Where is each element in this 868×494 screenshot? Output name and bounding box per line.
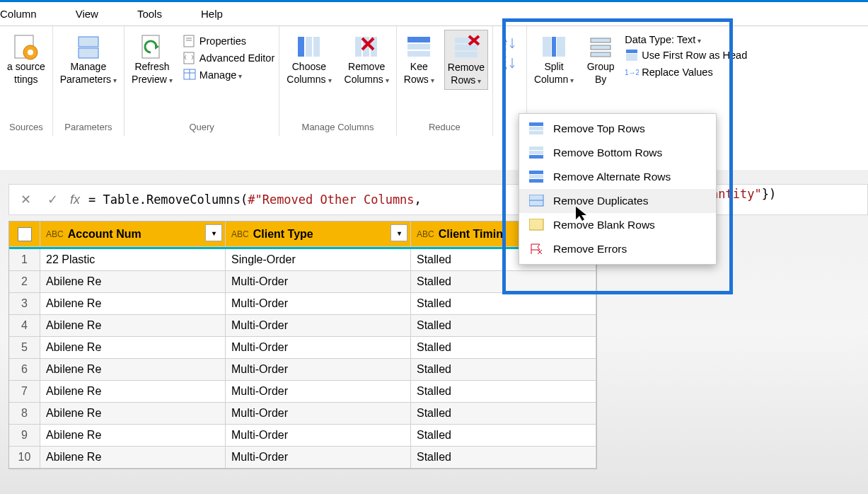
cell-client-type[interactable]: Multi-Order bbox=[226, 293, 411, 314]
row-number[interactable]: 10 bbox=[9, 447, 40, 468]
cell-account-num[interactable]: Abilene Re bbox=[40, 315, 226, 336]
row-number[interactable]: 3 bbox=[9, 293, 40, 314]
cell-client-timing[interactable]: Stalled bbox=[411, 293, 596, 314]
cell-client-type[interactable]: Multi-Order bbox=[226, 425, 411, 446]
row-number[interactable]: 7 bbox=[9, 381, 40, 402]
use-first-row-button[interactable]: Use First Row as Head bbox=[625, 48, 747, 62]
select-all-button[interactable] bbox=[9, 222, 40, 246]
advanced-editor-button[interactable]: Advanced Editor bbox=[183, 51, 274, 65]
cell-client-timing[interactable]: Stalled bbox=[411, 337, 596, 358]
table-row[interactable]: 7Abilene ReMulti-OrderStalled bbox=[9, 381, 596, 403]
cell-client-type[interactable]: Multi-Order bbox=[226, 337, 411, 358]
table-row[interactable]: 5Abilene ReMulti-OrderStalled bbox=[9, 337, 596, 359]
label: Group bbox=[587, 61, 615, 74]
label: Remove bbox=[348, 61, 385, 74]
cell-account-num[interactable]: Abilene Re bbox=[40, 293, 226, 314]
cell-account-num[interactable]: Abilene Re bbox=[40, 337, 226, 358]
cell-account-num[interactable]: Abilene Re bbox=[40, 425, 226, 446]
choose-columns-button[interactable]: Choose Columns bbox=[284, 30, 334, 88]
replace-values-button[interactable]: 1→2Replace Values bbox=[625, 65, 747, 79]
label: Remove Errors bbox=[553, 243, 627, 255]
remove-duplicates-item[interactable]: Remove Duplicates bbox=[519, 189, 716, 213]
row-number[interactable]: 1 bbox=[9, 249, 40, 270]
cell-client-type[interactable]: Multi-Order bbox=[226, 381, 411, 402]
row-number[interactable]: 9 bbox=[9, 425, 40, 446]
cell-account-num[interactable]: Abilene Re bbox=[40, 271, 226, 292]
cancel-formula-button[interactable]: ✕ bbox=[16, 192, 35, 207]
manage-button[interactable]: Manage bbox=[183, 68, 274, 82]
rows-top-icon bbox=[529, 122, 545, 135]
fx-icon[interactable]: fx bbox=[70, 193, 80, 207]
cell-account-num[interactable]: Abilene Re bbox=[40, 359, 226, 380]
data-source-settings-button[interactable]: a source ttings bbox=[4, 30, 48, 88]
svg-rect-33 bbox=[591, 38, 611, 42]
commit-formula-button[interactable]: ✓ bbox=[43, 192, 62, 207]
remove-top-rows-item[interactable]: Remove Top Rows bbox=[519, 117, 716, 141]
cell-client-type[interactable]: Multi-Order bbox=[226, 359, 411, 380]
tab-column[interactable]: Column bbox=[0, 8, 37, 20]
cell-client-timing[interactable]: Stalled bbox=[411, 381, 596, 402]
table-row[interactable]: 3Abilene ReMulti-OrderStalled bbox=[9, 293, 596, 315]
table-row[interactable]: 6Abilene ReMulti-OrderStalled bbox=[9, 359, 596, 381]
split-column-button[interactable]: Split Column bbox=[531, 30, 577, 88]
row-number[interactable]: 6 bbox=[9, 359, 40, 380]
cell-client-type[interactable]: Single-Order bbox=[226, 249, 411, 270]
table-row[interactable]: 4Abilene ReMulti-OrderStalled bbox=[9, 315, 596, 337]
cell-account-num[interactable]: 22 Plastic bbox=[40, 249, 226, 270]
remove-columns-button[interactable]: Remove Columns bbox=[342, 30, 392, 88]
row-number[interactable]: 8 bbox=[9, 403, 40, 424]
filter-icon[interactable]: ▾ bbox=[205, 224, 222, 241]
svg-rect-14 bbox=[298, 37, 304, 57]
formula-text: , bbox=[415, 193, 422, 207]
properties-button[interactable]: Properties bbox=[183, 34, 274, 48]
table-row[interactable]: 122 PlasticSingle-OrderStalled bbox=[9, 249, 596, 271]
group-label-sources: Sources bbox=[9, 122, 43, 136]
row-number[interactable]: 2 bbox=[9, 271, 40, 292]
cell-client-timing[interactable]: Stalled bbox=[411, 359, 596, 380]
sort-asc-icon[interactable]: AZ bbox=[501, 35, 518, 51]
cell-account-num[interactable]: Abilene Re bbox=[40, 447, 226, 468]
table-row[interactable]: 8Abilene ReMulti-OrderStalled bbox=[9, 403, 596, 425]
row-number[interactable]: 5 bbox=[9, 337, 40, 358]
label: Kee bbox=[410, 61, 428, 74]
cell-account-num[interactable]: Abilene Re bbox=[40, 403, 226, 424]
cell-client-type[interactable]: Multi-Order bbox=[226, 315, 411, 336]
row-number[interactable]: 4 bbox=[9, 315, 40, 336]
remove-alternate-rows-item[interactable]: Remove Alternate Rows bbox=[519, 165, 716, 189]
tab-view[interactable]: View bbox=[76, 8, 98, 20]
formula-input[interactable]: = Table.RemoveColumns(#"Removed Other Co… bbox=[88, 193, 422, 207]
cell-account-num[interactable]: Abilene Re bbox=[40, 381, 226, 402]
refresh-preview-button[interactable]: Refresh Preview bbox=[129, 30, 175, 88]
svg-point-2 bbox=[28, 50, 33, 55]
manage-parameters-button[interactable]: Manage Parameters bbox=[57, 30, 120, 88]
cell-client-type[interactable]: Multi-Order bbox=[226, 271, 411, 292]
cell-client-type[interactable]: Multi-Order bbox=[226, 403, 411, 424]
cell-client-timing[interactable]: Stalled bbox=[411, 315, 596, 336]
keep-rows-button[interactable]: Kee Rows bbox=[401, 30, 437, 88]
group-by-button[interactable]: Group By bbox=[584, 30, 618, 88]
label: Account Num bbox=[68, 228, 141, 241]
table-row[interactable]: 2Abilene ReMulti-OrderStalled bbox=[9, 271, 596, 293]
label: Refresh bbox=[134, 61, 169, 74]
remove-errors-item[interactable]: Remove Errors bbox=[519, 237, 716, 261]
filter-icon[interactable]: ▾ bbox=[390, 224, 407, 241]
svg-rect-4 bbox=[79, 48, 98, 58]
cell-client-timing[interactable]: Stalled bbox=[411, 447, 596, 468]
sort-desc-icon[interactable]: ZA bbox=[501, 55, 518, 71]
svg-rect-41 bbox=[529, 131, 543, 134]
cell-client-timing[interactable]: Stalled bbox=[411, 425, 596, 446]
tab-tools[interactable]: Tools bbox=[137, 8, 162, 20]
cell-client-timing[interactable]: Stalled bbox=[411, 271, 596, 292]
table-row[interactable]: 9Abilene ReMulti-OrderStalled bbox=[9, 425, 596, 447]
remove-rows-button[interactable]: Remove Rows bbox=[444, 30, 488, 90]
col-header-client-type[interactable]: ABCClient Type▾ bbox=[226, 222, 411, 246]
cell-client-timing[interactable]: Stalled bbox=[411, 403, 596, 424]
tab-help[interactable]: Help bbox=[201, 8, 223, 20]
table-row[interactable]: 10Abilene ReMulti-OrderStalled bbox=[9, 447, 596, 469]
col-header-account-num[interactable]: ABCAccount Num▾ bbox=[40, 222, 226, 246]
formula-text: = Table.RemoveColumns( bbox=[88, 193, 248, 207]
data-type-button[interactable]: Data Type: Text bbox=[625, 34, 747, 45]
remove-bottom-rows-item[interactable]: Remove Bottom Rows bbox=[519, 141, 716, 165]
cell-client-type[interactable]: Multi-Order bbox=[226, 447, 411, 468]
remove-blank-rows-item[interactable]: Remove Blank Rows bbox=[519, 213, 716, 237]
